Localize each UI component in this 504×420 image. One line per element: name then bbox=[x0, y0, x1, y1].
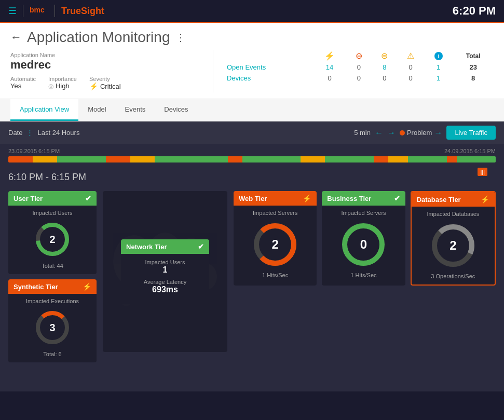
left-column: User Tier ✔ Impacted Users 2 Total: 44 bbox=[8, 191, 97, 362]
problem-arrow: → bbox=[434, 128, 442, 138]
importance-label: Importance bbox=[48, 76, 77, 82]
bmc-logo: bmc bbox=[30, 5, 48, 17]
database-tier-metric-label: Impacted Databases bbox=[417, 211, 489, 217]
user-tier-header: User Tier ✔ bbox=[8, 191, 97, 206]
web-tier-card: Web Tier ⚡ Impacted Servers 2 1 Hits/Sec bbox=[234, 191, 317, 286]
business-tier-metric-label: Impacted Servers bbox=[327, 210, 400, 216]
user-tier-value: 2 bbox=[49, 234, 55, 246]
problem-dot-icon bbox=[400, 130, 405, 136]
tab-devices[interactable]: Devices bbox=[155, 99, 197, 121]
web-tier-donut: 2 bbox=[252, 221, 298, 268]
database-tier-name: Database Tier bbox=[417, 196, 461, 204]
severity-label: Severity bbox=[89, 76, 121, 82]
user-tier-metric-label: Impacted Users bbox=[13, 210, 91, 216]
timeline-cursor[interactable]: ||| bbox=[478, 168, 487, 176]
open-info: 1 bbox=[424, 62, 453, 73]
problem-button[interactable]: Problem → bbox=[400, 128, 442, 138]
synthetic-tier-body: Impacted Executions 3 Total: 6 bbox=[8, 294, 97, 362]
network-tier-header: Network Tier ✔ bbox=[121, 239, 209, 254]
database-tier-body: Impacted Databases 2 3 Operations/Sec bbox=[412, 207, 495, 284]
date-range[interactable]: Last 24 Hours bbox=[37, 129, 79, 137]
open-total: 23 bbox=[453, 62, 494, 73]
live-traffic-button[interactable]: Live Traffic bbox=[446, 126, 496, 140]
next-arrow[interactable]: → bbox=[387, 128, 396, 138]
web-tier-value: 2 bbox=[271, 237, 278, 252]
network-tier-status-icon: ✔ bbox=[198, 242, 204, 251]
devices-info: 1 bbox=[424, 73, 453, 84]
user-tier-card: User Tier ✔ Impacted Users 2 Total: 44 bbox=[8, 191, 97, 274]
timeline-start-date: 23.09.2015 6:15 PM bbox=[8, 148, 60, 154]
synthetic-tier-header: Synthetic Tier ⚡ bbox=[8, 279, 97, 294]
timeline-end-date: 24.09.2015 6:15 PM bbox=[444, 148, 496, 154]
business-tier-status-icon: ✔ bbox=[394, 194, 400, 202]
network-users-label: Impacted Users bbox=[126, 259, 204, 265]
web-tier-status-icon: ⚡ bbox=[303, 194, 311, 202]
timeline-bar[interactable]: ||| bbox=[8, 156, 496, 162]
devices-label[interactable]: Devices bbox=[224, 73, 313, 84]
severity-icon: ⚡ bbox=[89, 82, 98, 90]
tab-application-view[interactable]: Application View bbox=[10, 99, 78, 121]
toolbar: Date ⋮ Last 24 Hours 5 min ← → Problem →… bbox=[0, 121, 504, 144]
tab-model[interactable]: Model bbox=[78, 99, 115, 121]
major-icon: ⊖ bbox=[356, 51, 362, 60]
open-major: 0 bbox=[346, 62, 372, 73]
network-tier-body: Impacted Users 1 Average Latency 693ms bbox=[121, 254, 209, 304]
user-tier-status-icon: ✔ bbox=[85, 194, 91, 202]
database-tier-card: Database Tier ⚡ Impacted Databases 2 3 O… bbox=[411, 191, 496, 286]
dashboard: Date ⋮ Last 24 Hours 5 min ← → Problem →… bbox=[0, 121, 504, 391]
business-tier-body: Impacted Servers 0 1 Hits/Sec bbox=[322, 206, 405, 283]
web-tier-name: Web Tier bbox=[239, 195, 267, 202]
importance-icon: ◎ bbox=[48, 83, 53, 90]
warning-icon: ⚠ bbox=[407, 51, 414, 60]
network-latency-value: 693ms bbox=[126, 285, 204, 294]
network-latency-label: Average Latency bbox=[126, 279, 204, 285]
devices-major: 0 bbox=[346, 73, 372, 84]
database-tier-header: Database Tier ⚡ bbox=[412, 192, 495, 207]
hamburger-menu[interactable]: ☰ bbox=[8, 5, 17, 17]
top-nav: ☰ bmc TrueSight 6:20 PM bbox=[0, 0, 504, 23]
nav-divider2 bbox=[55, 5, 55, 17]
devices-minor: 0 bbox=[372, 73, 397, 84]
timeline-area: 23.09.2015 6:15 PM 24.09.2015 6:15 PM ||… bbox=[0, 144, 504, 167]
open-warning: 0 bbox=[398, 62, 424, 73]
open-events-label[interactable]: Open Events bbox=[224, 62, 313, 73]
synthetic-tier-card: Synthetic Tier ⚡ Impacted Executions 3 T… bbox=[8, 279, 97, 362]
app-name-value: medrec bbox=[10, 58, 213, 72]
synthetic-tier-status-icon: ⚡ bbox=[83, 282, 91, 291]
business-tier-value: 0 bbox=[360, 237, 367, 252]
date-label: Date bbox=[8, 129, 22, 137]
severity-value: ⚡ Critical bbox=[89, 82, 121, 90]
info-icon: i bbox=[434, 52, 443, 60]
synthetic-tier-total: Total: 6 bbox=[13, 351, 91, 357]
interval-label: 5 min bbox=[354, 129, 371, 137]
business-tier-name: Business Tier bbox=[327, 195, 371, 202]
synthetic-tier-donut: 3 bbox=[34, 309, 71, 346]
web-tier-header: Web Tier ⚡ bbox=[234, 191, 317, 206]
right-column: Web Tier ⚡ Impacted Servers 2 1 Hits/Sec bbox=[234, 191, 496, 286]
devices-critical: 0 bbox=[313, 73, 346, 84]
tabs-bar: Application View Model Events Devices bbox=[0, 99, 504, 121]
prev-arrow[interactable]: ← bbox=[375, 128, 383, 138]
map-area: Network Tier ✔ Impacted Users 1 Average … bbox=[103, 191, 227, 352]
user-tier-donut: 2 bbox=[34, 221, 71, 258]
back-button[interactable]: ← bbox=[10, 31, 22, 44]
web-tier-body: Impacted Servers 2 1 Hits/Sec bbox=[234, 206, 317, 283]
tiles-container: User Tier ✔ Impacted Users 2 Total: 44 bbox=[0, 186, 504, 368]
business-tier-card: Business Tier ✔ Impacted Servers 0 1 Hit… bbox=[322, 191, 405, 286]
business-tier-donut: 0 bbox=[340, 221, 387, 268]
database-tier-ops: 3 Operations/Sec bbox=[417, 273, 489, 279]
network-tier-card: Network Tier ✔ Impacted Users 1 Average … bbox=[121, 239, 209, 304]
time-display: 6:20 PM bbox=[453, 4, 496, 18]
total-header: Total bbox=[453, 50, 494, 62]
open-critical: 14 bbox=[313, 62, 346, 73]
truesight-logo: TrueSight bbox=[61, 6, 104, 17]
importance-value: ◎ High bbox=[48, 82, 77, 90]
more-menu-button[interactable]: ⋮ bbox=[175, 31, 186, 44]
business-tier-header: Business Tier ✔ bbox=[322, 191, 405, 206]
database-tier-status-icon: ⚡ bbox=[481, 195, 489, 204]
tab-events[interactable]: Events bbox=[116, 99, 155, 121]
database-tier-value: 2 bbox=[449, 238, 456, 253]
nav-divider bbox=[23, 5, 23, 17]
minor-icon: ⊜ bbox=[381, 51, 388, 60]
network-latency-metric: Average Latency 693ms bbox=[126, 279, 204, 294]
